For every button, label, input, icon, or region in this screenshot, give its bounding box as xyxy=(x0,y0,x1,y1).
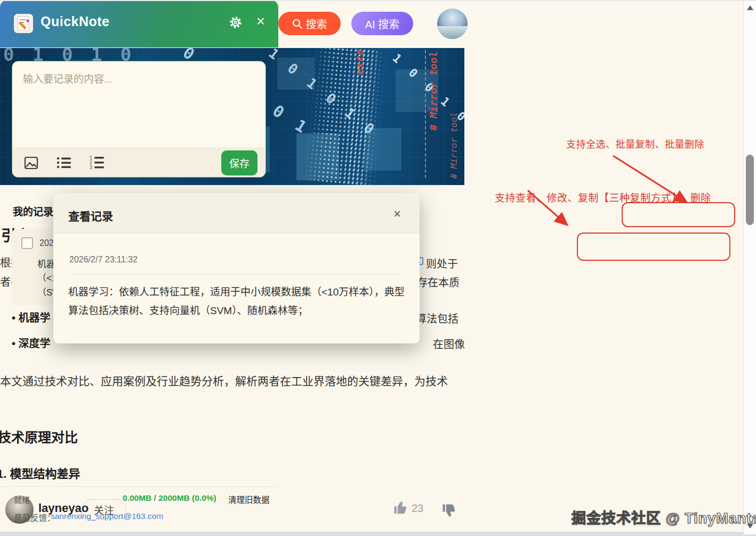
modal-divider xyxy=(69,274,404,275)
article-frag-2: 存在本质 xyxy=(417,274,460,290)
svg-text:2: 2 xyxy=(90,161,92,165)
annotation-batch-note: 支持全选、批量复制、批量删除 xyxy=(566,137,704,150)
annotation-box-record-actions xyxy=(577,233,730,261)
article-frag-1: 则处于 xyxy=(426,255,458,271)
ai-search-label: AI 搜索 xyxy=(365,16,399,31)
quicknote-logo-icon xyxy=(14,14,33,33)
panel-close-icon[interactable]: × xyxy=(253,13,269,30)
note-editor: 1 2 3 保存 xyxy=(12,61,266,178)
vertical-scrollbar[interactable] xyxy=(743,1,756,534)
thumbs-down-icon[interactable] xyxy=(441,502,457,518)
editor-toolbar: 1 2 3 保存 xyxy=(12,148,265,177)
banner-red-dashed-line xyxy=(425,50,426,178)
article-subheading-model: 1. 模型结构差异 xyxy=(0,464,80,481)
clean-old-data-button[interactable]: 清理旧数据 xyxy=(228,493,270,505)
numbered-list-icon[interactable]: 1 2 3 xyxy=(90,156,104,170)
insert-image-icon[interactable] xyxy=(24,156,38,170)
annotation-box-batch-buttons xyxy=(622,202,735,227)
storage-usage: 0.00MB / 2000MB (0.0%) xyxy=(123,493,216,503)
modal-close-icon[interactable]: × xyxy=(389,206,405,222)
panel-title: QuickNote xyxy=(41,14,110,29)
footer-divider xyxy=(0,486,278,487)
bullet-list-icon[interactable] xyxy=(57,156,71,169)
article-frag-4: 在图像 xyxy=(433,336,465,351)
banner-red-text-3: # Mirror tool xyxy=(449,112,459,179)
note-input[interactable] xyxy=(12,61,266,147)
article-bullet-2: • 深度学 xyxy=(12,335,51,350)
search-button-label: 搜索 xyxy=(306,16,327,31)
search-button[interactable]: 搜索 xyxy=(278,12,341,35)
modal-record-content: 机器学习：依赖人工特征工程，适用于中小规模数据集（<10万样本），典型算法包括决… xyxy=(68,283,406,320)
watermark-text: 掘金技术社区 @ TinyManta xyxy=(572,507,756,527)
banner-red-text-1: exce xyxy=(353,49,366,75)
article-heading-compare: 技术原理对比 xyxy=(0,427,78,446)
scrollbar-thumb[interactable] xyxy=(746,155,754,225)
article-frag-3: 算法包括 xyxy=(416,310,459,326)
screen: GPU算力 送1200 更多 搜索 AI 搜索 xyxy=(0,0,756,536)
horizontal-scrollbar[interactable] xyxy=(0,532,756,536)
svg-text:1: 1 xyxy=(90,156,92,161)
settings-gear-icon[interactable] xyxy=(229,15,243,29)
annotation-item-note: 支持查看、修改、复制【三种复制方式】、 删除 xyxy=(495,190,711,204)
article-bullet-1: • 机器学 xyxy=(12,309,51,325)
banner-red-text-2: # Mirror tool xyxy=(428,51,439,131)
window-top-edge xyxy=(0,0,756,1)
thumbs-up-icon[interactable] xyxy=(393,500,409,516)
scroll-up-arrow-icon[interactable] xyxy=(747,5,753,10)
ai-search-button[interactable]: AI 搜索 xyxy=(351,12,413,35)
svg-text:3: 3 xyxy=(90,165,92,170)
records-section-title: 我的记录 xyxy=(13,204,53,218)
save-button[interactable]: 保存 xyxy=(221,150,258,175)
user-avatar[interactable] xyxy=(437,9,468,39)
like-count: 23 xyxy=(412,502,423,515)
status-text: 就绪 xyxy=(14,494,30,505)
modal-record-timestamp: 2026/2/7 23:11:32 xyxy=(69,255,138,265)
view-record-modal: 查看记录 × 2026/2/7 23:11:32 机器学习：依赖人工特征工程，适… xyxy=(53,193,420,343)
feedback-email-link[interactable]: sanrenxing_support@163.com xyxy=(51,511,163,521)
modal-title: 查看记录 xyxy=(68,207,113,223)
article-paragraph: 本文通过技术对比、应用案例及行业趋势分析，解析两者在工业界落地的关键差异，为技术 xyxy=(0,372,480,388)
record-checkbox[interactable] xyxy=(21,237,33,249)
magnifier-icon xyxy=(292,19,302,29)
feedback-label: 意见反馈： xyxy=(14,511,55,523)
